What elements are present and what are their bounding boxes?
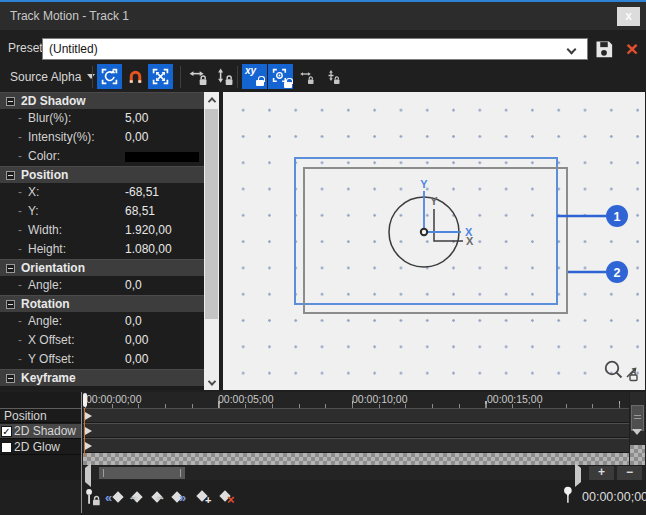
keyframe-row-2d-shadow[interactable] bbox=[83, 423, 629, 438]
motion-canvas[interactable]: Y X Y X 1 2 bbox=[223, 92, 645, 390]
collapse-icon[interactable] bbox=[6, 171, 15, 180]
keyframe-diamond-icon bbox=[112, 491, 123, 502]
keyframe-row-2d-glow[interactable] bbox=[83, 438, 629, 453]
scroll-left-button[interactable] bbox=[85, 468, 91, 482]
sync-cursor-button[interactable] bbox=[84, 488, 103, 507]
cursor-time-display[interactable]: 00:00:00;00 bbox=[582, 488, 646, 506]
scrollbar-thumb[interactable] bbox=[205, 109, 218, 319]
property-row-blur[interactable]: Blur(%): 5,00 bbox=[0, 109, 204, 128]
small-vertical-lock-icon bbox=[325, 69, 341, 85]
section-header-keyframe[interactable]: Keyframe bbox=[0, 369, 204, 386]
callout-1-number: 1 bbox=[614, 210, 621, 224]
collapse-icon[interactable] bbox=[6, 374, 15, 383]
scroll-down-button[interactable] bbox=[632, 435, 642, 449]
property-row-rotation-angle[interactable]: Angle: 0,0 bbox=[0, 312, 204, 331]
toolbar-separator bbox=[92, 66, 93, 88]
titlebar[interactable]: Track Motion - Track 1 x bbox=[0, 2, 646, 30]
property-row-height[interactable]: Height: 1.080,00 bbox=[0, 240, 204, 259]
previous-keyframe-button[interactable]: ← bbox=[128, 488, 147, 507]
edit-in-sync-button[interactable] bbox=[148, 64, 173, 89]
scrollbar-thumb[interactable] bbox=[99, 467, 185, 479]
property-row-x[interactable]: X: -68,51 bbox=[0, 183, 204, 202]
section-header-rotation[interactable]: Rotation bbox=[0, 295, 204, 312]
property-row-color[interactable]: Color: bbox=[0, 147, 204, 166]
right-arrow-icon: → bbox=[155, 490, 166, 502]
section-header-orientation[interactable]: Orientation bbox=[0, 259, 204, 276]
close-button[interactable]: x bbox=[617, 7, 640, 26]
scrollbar-thumb[interactable] bbox=[631, 405, 644, 431]
first-keyframe-button[interactable]: « bbox=[106, 488, 125, 507]
last-keyframe-button[interactable]: » bbox=[170, 488, 189, 507]
property-row-x-offset[interactable]: X Offset: 0,00 bbox=[0, 331, 204, 350]
preset-combobox[interactable]: (Untitled) bbox=[42, 38, 588, 60]
property-row-y[interactable]: Y: 68,51 bbox=[0, 202, 204, 221]
insert-keyframe-button[interactable]: + bbox=[194, 488, 213, 507]
timeline-track-labels: Position ✓ 2D Shadow 2D Glow bbox=[0, 392, 81, 480]
property-row-y-offset[interactable]: Y Offset: 0,00 bbox=[0, 350, 204, 369]
lock-aspect-ratio-button[interactable]: xy bbox=[242, 64, 267, 89]
toolbar-separator bbox=[180, 66, 181, 88]
prevent-horizontal-movement-button[interactable] bbox=[296, 64, 318, 89]
vertical-arrow-lock-icon bbox=[215, 68, 233, 86]
timeline-overview-strip[interactable] bbox=[83, 453, 629, 465]
collapse-icon[interactable] bbox=[6, 300, 15, 309]
color-swatch[interactable] bbox=[125, 152, 199, 162]
scroll-right-button[interactable] bbox=[575, 468, 581, 482]
edit-cursor-line bbox=[84, 408, 85, 457]
enable-rotation-button[interactable] bbox=[97, 64, 122, 89]
left-arrow-icon: ← bbox=[128, 490, 139, 502]
zoom-out-button[interactable]: − bbox=[617, 466, 642, 480]
keyframe-marker-icon[interactable] bbox=[85, 412, 92, 420]
next-keyframe-button[interactable]: → bbox=[149, 488, 168, 507]
property-row-orientation-angle[interactable]: Angle: 0,0 bbox=[0, 276, 204, 295]
inner-y-axis-label: Y bbox=[430, 195, 438, 207]
section-header-2d-shadow[interactable]: 2D Shadow bbox=[0, 92, 204, 109]
magnet-icon bbox=[127, 68, 144, 85]
plus-icon: + bbox=[205, 494, 211, 506]
cursor-pin-icon bbox=[562, 486, 576, 508]
save-preset-button[interactable] bbox=[594, 39, 616, 60]
link-lock-icon[interactable] bbox=[627, 368, 637, 381]
track-label-position[interactable]: Position bbox=[0, 408, 81, 423]
keyframe-marker-icon[interactable] bbox=[85, 427, 92, 435]
outer-y-axis-label: Y bbox=[420, 178, 428, 190]
time-ruler[interactable]: 00:00:00;00 00:00:05;00 00:00:10;00 00:0… bbox=[83, 392, 629, 408]
delete-keyframe-button[interactable]: × bbox=[217, 488, 236, 507]
callout-2: 2 bbox=[568, 261, 628, 283]
scale-about-center-button[interactable] bbox=[268, 64, 293, 89]
scroll-down-button[interactable] bbox=[204, 375, 219, 390]
enable-snapping-button[interactable] bbox=[123, 64, 148, 89]
center-point-handle[interactable] bbox=[421, 229, 427, 235]
track-label-2d-shadow[interactable]: ✓ 2D Shadow bbox=[0, 424, 81, 439]
source-alpha-dropdown[interactable]: Source Alpha bbox=[6, 64, 99, 89]
track-label-2d-glow[interactable]: 2D Glow bbox=[0, 440, 81, 455]
property-row-width[interactable]: Width: 1.920,00 bbox=[0, 221, 204, 240]
motion-toolbar: Source Alpha bbox=[0, 62, 646, 92]
delete-x-icon: × bbox=[227, 492, 235, 507]
edit-cursor-handle[interactable] bbox=[83, 393, 87, 407]
outer-x-axis-label: X bbox=[465, 226, 473, 238]
collapse-icon[interactable] bbox=[6, 97, 15, 106]
timeline-vertical-scrollbar[interactable] bbox=[630, 392, 645, 445]
prevent-vertical-movement-button[interactable] bbox=[322, 64, 344, 89]
callout-2-number: 2 bbox=[614, 266, 621, 280]
zoom-tool-icon[interactable] bbox=[606, 362, 622, 378]
lock-width-button[interactable] bbox=[185, 64, 210, 89]
property-row-intensity[interactable]: Intensity(%): 0,00 bbox=[0, 128, 204, 147]
zoom-in-button[interactable]: + bbox=[589, 466, 614, 480]
collapse-icon[interactable] bbox=[6, 264, 15, 273]
checkbox-2d-glow[interactable] bbox=[1, 442, 12, 453]
lock-icon bbox=[284, 82, 292, 88]
keyframe-row-position[interactable] bbox=[83, 408, 629, 423]
xy-badge: xy bbox=[245, 65, 256, 76]
delete-preset-button[interactable]: × bbox=[620, 37, 644, 61]
properties-scrollbar[interactable] bbox=[204, 92, 219, 390]
timeline-horizontal-scrollbar[interactable]: + − bbox=[83, 466, 645, 480]
section-header-position[interactable]: Position bbox=[0, 166, 204, 183]
triangle-down-icon bbox=[632, 429, 642, 449]
window-title: Track Motion - Track 1 bbox=[10, 2, 129, 30]
scroll-up-button[interactable] bbox=[204, 92, 219, 107]
keyframe-marker-icon[interactable] bbox=[85, 442, 92, 450]
checkbox-2d-shadow[interactable]: ✓ bbox=[1, 426, 12, 437]
lock-height-button[interactable] bbox=[211, 64, 236, 89]
